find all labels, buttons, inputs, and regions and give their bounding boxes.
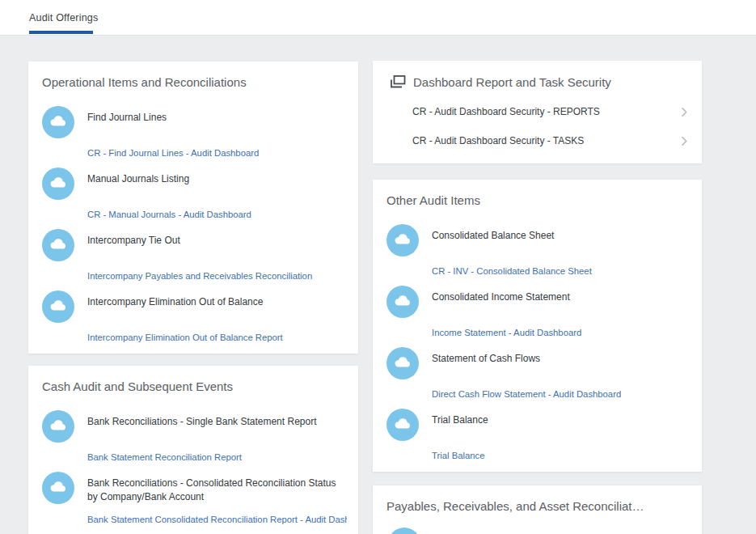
list-item: Intercompany Elimination Out of Balance … xyxy=(42,290,347,352)
cloud-icon xyxy=(386,409,419,441)
item-list: Bank Reconciliations - Single Bank State… xyxy=(42,410,347,533)
report-title: Intercompany Tie Out xyxy=(87,229,180,248)
card-title: Dashboard Report and Task Security xyxy=(413,75,611,89)
card-title: Other Audit Items xyxy=(386,193,691,208)
card-payables-receivables: Payables, Receivables, and Asset Reconci… xyxy=(373,485,702,534)
partial-item xyxy=(388,528,691,534)
report-link[interactable]: Bank Statement Reconciliation Report xyxy=(87,452,347,462)
report-title: Intercompany Elimination Out of Balance xyxy=(87,290,263,309)
report-link[interactable]: CR - Manual Journals - Audit Dashboard xyxy=(87,210,347,219)
report-title: Bank Reconciliations - Consolidated Reco… xyxy=(87,472,347,505)
report-title: Statement of Cash Flows xyxy=(432,347,540,366)
cloud-icon xyxy=(42,167,74,200)
report-title: Find Journal Lines xyxy=(87,106,167,125)
report-title: Trial Balance xyxy=(432,409,488,427)
security-row-label: CR - Audit Dashboard Security - REPORTS xyxy=(412,106,600,117)
cloud-icon xyxy=(388,528,420,534)
list-item: Manual Journals Listing CR - Manual Jour… xyxy=(42,167,347,229)
report-link[interactable]: Direct Cash Flow Statement - Audit Dashb… xyxy=(432,389,691,399)
chevron-right-icon xyxy=(681,107,694,117)
security-row-reports[interactable]: CR - Audit Dashboard Security - REPORTS xyxy=(412,97,694,126)
report-title: Consolidated Balance Sheet xyxy=(432,224,554,243)
list-item: Statement of Cash Flows Direct Cash Flow… xyxy=(386,347,691,409)
layered-windows-icon xyxy=(389,74,406,89)
card-operational-items: Operational Items and Reconciliations Fi… xyxy=(28,61,358,354)
report-link[interactable]: Bank Statement Consolidated Reconciliati… xyxy=(87,515,347,524)
active-tab-underline xyxy=(29,31,93,34)
card-title: Payables, Receivables, and Asset Reconci… xyxy=(386,499,691,514)
item-list: Find Journal Lines CR - Find Journal Lin… xyxy=(42,106,347,352)
security-row-label: CR - Audit Dashboard Security - TASKS xyxy=(412,135,584,146)
list-item: Consolidated Income Statement Income Sta… xyxy=(386,286,691,347)
card-header: Dashboard Report and Task Security xyxy=(386,74,694,89)
item-list: Consolidated Balance Sheet CR - INV - Co… xyxy=(386,224,691,470)
list-item: Find Journal Lines CR - Find Journal Lin… xyxy=(42,106,347,167)
card-dashboard-security: Dashboard Report and Task Security CR - … xyxy=(373,61,702,163)
tab-audit-offerings-label: Audit Offerings xyxy=(29,12,98,23)
cloud-icon xyxy=(42,106,74,138)
report-link[interactable]: CR - Find Journal Lines - Audit Dashboar… xyxy=(87,148,347,158)
card-cash-audit: Cash Audit and Subsequent Events Bank Re… xyxy=(28,366,358,534)
card-other-audit-items: Other Audit Items Consolidated Balance S… xyxy=(373,180,702,472)
tab-bar: Audit Offerings xyxy=(0,0,756,36)
right-column: Dashboard Report and Task Security CR - … xyxy=(373,61,702,534)
cloud-icon xyxy=(42,290,74,323)
list-item: Intercompany Tie Out Intercompany Payabl… xyxy=(42,229,347,290)
cloud-icon xyxy=(386,347,419,379)
report-link[interactable]: Trial Balance xyxy=(432,451,691,460)
security-row-list: CR - Audit Dashboard Security - REPORTS … xyxy=(412,97,694,155)
cloud-icon xyxy=(42,472,74,504)
list-item: Bank Reconciliations - Consolidated Reco… xyxy=(42,472,347,533)
cloud-icon xyxy=(42,410,74,443)
cloud-icon xyxy=(386,286,419,318)
report-title: Consolidated Income Statement xyxy=(432,286,570,304)
report-title: Bank Reconciliations - Single Bank State… xyxy=(87,410,316,429)
card-title: Cash Audit and Subsequent Events xyxy=(42,379,347,394)
list-item: Trial Balance Trial Balance xyxy=(386,409,691,470)
cloud-icon xyxy=(386,224,419,256)
list-item: Bank Reconciliations - Single Bank State… xyxy=(42,410,347,472)
report-link[interactable]: CR - INV - Consolidated Balance Sheet xyxy=(432,266,691,276)
card-title: Operational Items and Reconciliations xyxy=(42,75,347,90)
security-row-tasks[interactable]: CR - Audit Dashboard Security - TASKS xyxy=(412,126,694,155)
report-link[interactable]: Income Statement - Audit Dashboard xyxy=(432,328,691,337)
report-link[interactable]: Intercompany Elimination Out of Balance … xyxy=(87,333,347,342)
report-title: Manual Journals Listing xyxy=(87,167,189,186)
report-link[interactable]: Intercompany Payables and Receivables Re… xyxy=(87,271,347,281)
chevron-right-icon xyxy=(681,136,694,146)
cloud-icon xyxy=(42,229,74,261)
list-item: Consolidated Balance Sheet CR - INV - Co… xyxy=(386,224,691,286)
left-column: Operational Items and Reconciliations Fi… xyxy=(28,61,358,534)
